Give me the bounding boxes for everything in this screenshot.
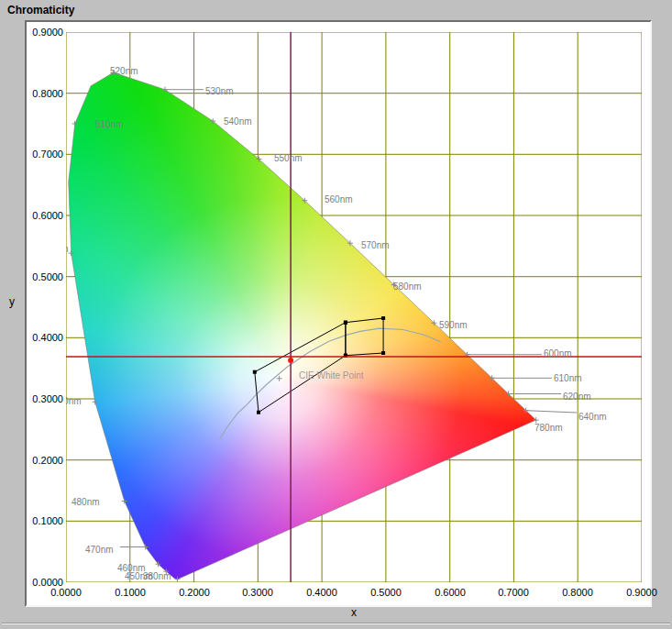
wavelength-label-640nm: 640nm — [578, 413, 607, 422]
wavelength-label-560nm: 560nm — [325, 195, 353, 204]
wavelength-label-530nm: 530nm — [205, 87, 234, 96]
y-tick-label: 0.8000 — [27, 88, 63, 99]
plot-area[interactable]: 520nm530nm510nm540nm550nm560nm570nm580nm… — [66, 32, 642, 582]
window-bottom-edge — [2, 623, 670, 624]
y-tick-label: 0.4000 — [27, 332, 63, 343]
wavelength-label-540nm: 540nm — [224, 117, 252, 127]
wavelength-label-490nm: 490nm — [66, 397, 82, 406]
x-tick-label: 0.3000 — [236, 587, 280, 598]
wavelength-label-520nm: 520nm — [110, 67, 138, 76]
wavelength-label-590nm: 590nm — [439, 321, 468, 330]
y-tick-label: 0.7000 — [27, 149, 63, 160]
y-tick-label: 0.2000 — [27, 455, 63, 466]
y-tick-label: 0.3000 — [27, 393, 63, 404]
wavelength-label-570nm: 570nm — [361, 241, 390, 250]
wavelength-label-620nm: 620nm — [563, 392, 591, 402]
y-tick-label: 0.9000 — [27, 27, 63, 38]
y-tick-label: 0.1000 — [27, 515, 63, 526]
chart-panel: 520nm530nm510nm540nm550nm560nm570nm580nm… — [25, 20, 652, 607]
wavelength-label-470nm: 470nm — [85, 546, 114, 555]
x-tick-label: 0.0000 — [44, 587, 88, 598]
wavelength-label-500nm: 500nm — [66, 245, 69, 254]
x-tick-label: 0.1000 — [108, 587, 152, 598]
x-tick-label: 0.5000 — [364, 587, 408, 598]
x-tick-label: 0.6000 — [428, 587, 472, 598]
x-tick-label: 0.2000 — [172, 587, 216, 598]
y-tick-label: 0.0000 — [27, 577, 63, 588]
x-tick-label: 0.7000 — [491, 587, 535, 598]
wavelength-label-510nm: 510nm — [95, 120, 124, 129]
wavelength-labels: 520nm530nm510nm540nm550nm560nm570nm580nm… — [66, 32, 642, 582]
wavelength-label-580nm: 580nm — [393, 282, 422, 292]
wavelength-label-780nm: 780nm — [534, 424, 563, 433]
wavelength-label-610nm: 610nm — [554, 374, 582, 383]
wavelength-label-480nm: 480nm — [72, 498, 100, 507]
x-tick-label: 0.4000 — [300, 587, 344, 598]
wavelength-label-380nm: 380nm — [143, 572, 171, 581]
y-axis-title: y — [9, 295, 15, 308]
chromaticity-window: { "window": { "title": "Chromaticity" },… — [0, 0, 672, 629]
x-tick-label: 0.9000 — [620, 587, 664, 598]
y-tick-label: 0.6000 — [27, 210, 63, 221]
window-title: Chromaticity — [7, 4, 74, 17]
wavelength-label-600nm: 600nm — [544, 349, 572, 359]
cie-white-point-label: CIE White Point — [299, 371, 364, 381]
wavelength-label-550nm: 550nm — [274, 154, 303, 163]
x-tick-label: 0.8000 — [556, 587, 600, 598]
y-tick-label: 0.5000 — [27, 271, 63, 282]
x-axis-title: x — [340, 606, 368, 619]
